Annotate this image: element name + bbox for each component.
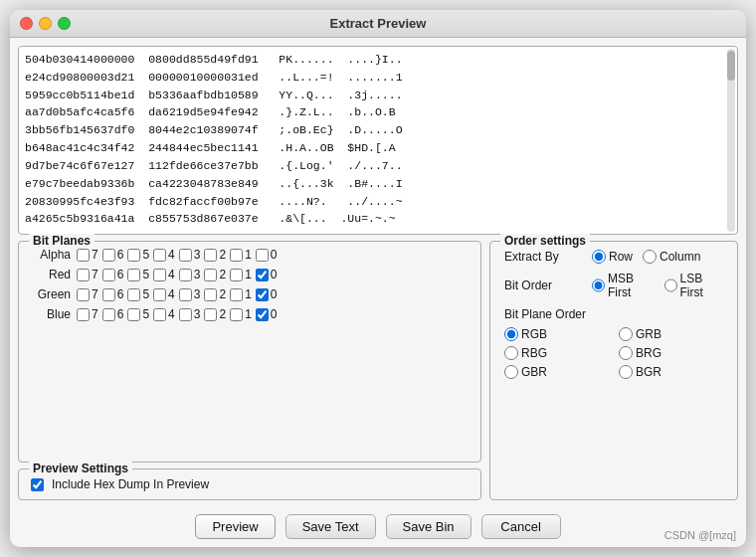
bit-checkbox-red-3[interactable]	[179, 269, 192, 281]
include-hex-dump-label: Include Hex Dump In Preview	[52, 477, 209, 491]
bit-row-red: Red76543210	[29, 268, 471, 281]
bp-order-radio-grb[interactable]	[619, 327, 633, 341]
bit-checkbox-alpha-7[interactable]	[77, 249, 90, 262]
cancel-button[interactable]: Cancel	[481, 514, 561, 539]
preview-settings-title: Preview Settings	[29, 462, 132, 475]
extract-by-row-label: Row	[609, 250, 633, 264]
save-text-button[interactable]: Save Text	[285, 514, 376, 539]
close-button[interactable]	[20, 17, 33, 30]
bit-plane-order-section: Bit Plane Order RGBGRBRBGBRGGBRBGR	[504, 307, 723, 379]
msb-first-radio[interactable]	[592, 278, 605, 292]
bit-label-green: Green	[29, 287, 71, 301]
bit-checkbox-green-6[interactable]	[102, 288, 115, 301]
bp-order-label-rgb: RGB	[521, 327, 547, 341]
bit-checkbox-blue-0[interactable]	[256, 308, 269, 321]
preview-settings-panel: Preview Settings Include Hex Dump In Pre…	[18, 468, 481, 500]
bit-number-green-0: 0	[271, 287, 278, 301]
bp-order-radio-rgb[interactable]	[504, 327, 518, 341]
lsb-first-label: LSB First	[680, 272, 724, 299]
bit-checkbox-alpha-1[interactable]	[230, 249, 243, 262]
extract-by-options: Row Column	[592, 250, 700, 264]
bit-checkbox-alpha-5[interactable]	[127, 249, 140, 262]
extract-by-column-option: Column	[643, 250, 700, 264]
bit-row-blue: Blue76543210	[29, 307, 471, 321]
bit-checkbox-alpha-2[interactable]	[204, 249, 217, 262]
bit-checkbox-alpha-0[interactable]	[256, 249, 269, 262]
bp-order-option-bgr: BGR	[619, 365, 723, 379]
bit-checkbox-green-2[interactable]	[204, 288, 217, 301]
bit-item-blue-5: 5	[127, 307, 149, 321]
bit-number-alpha-5: 5	[142, 248, 149, 262]
bit-number-alpha-0: 0	[271, 248, 278, 262]
bit-planes-panel: Bit Planes Alpha76543210Red76543210Green…	[18, 241, 481, 463]
bit-checkbox-blue-4[interactable]	[153, 308, 166, 321]
extract-by-row: Extract By Row Column	[504, 250, 723, 264]
bit-checkbox-green-3[interactable]	[179, 288, 192, 301]
include-hex-row: Include Hex Dump In Preview	[31, 477, 469, 491]
bit-number-blue-2: 2	[219, 307, 226, 321]
bit-item-red-0: 0	[256, 268, 278, 281]
bit-checkbox-green-5[interactable]	[127, 288, 140, 301]
bit-item-blue-0: 0	[256, 307, 278, 321]
bit-checkbox-green-0[interactable]	[256, 288, 269, 301]
bit-checkbox-blue-5[interactable]	[127, 308, 140, 321]
bit-checkbox-alpha-3[interactable]	[179, 249, 192, 262]
bp-order-radio-bgr[interactable]	[619, 365, 633, 379]
save-bin-button[interactable]: Save Bin	[386, 514, 472, 539]
bit-item-red-3: 3	[179, 268, 201, 281]
bit-checkbox-red-0[interactable]	[256, 269, 269, 281]
lsb-first-option: LSB First	[664, 272, 724, 299]
lsb-first-radio[interactable]	[664, 278, 677, 292]
bit-checkbox-red-2[interactable]	[204, 269, 217, 281]
bit-checkbox-red-6[interactable]	[102, 269, 115, 281]
bit-checkbox-red-4[interactable]	[153, 269, 166, 281]
extract-by-column-radio[interactable]	[643, 250, 657, 264]
bit-checkbox-green-7[interactable]	[77, 288, 90, 301]
order-settings-panel: Order settings Extract By Row Column	[489, 241, 738, 500]
bit-checkbox-blue-3[interactable]	[179, 308, 192, 321]
minimize-button[interactable]	[39, 17, 52, 30]
order-settings-title: Order settings	[500, 234, 590, 248]
bit-checkbox-blue-1[interactable]	[230, 308, 243, 321]
bit-number-green-2: 2	[219, 287, 226, 301]
bp-order-option-rbg: RBG	[504, 346, 609, 360]
bit-checkbox-green-1[interactable]	[230, 288, 243, 301]
bit-item-red-1: 1	[230, 268, 252, 281]
bit-checkbox-blue-6[interactable]	[102, 308, 115, 321]
maximize-button[interactable]	[58, 17, 71, 30]
main-content: 504b030414000000 0800dd855d49fd91 PK....…	[10, 38, 746, 508]
bp-order-radio-brg[interactable]	[619, 346, 633, 360]
bit-item-green-5: 5	[127, 287, 149, 301]
bit-checkbox-blue-2[interactable]	[204, 308, 217, 321]
bp-order-radio-gbr[interactable]	[504, 365, 518, 379]
bit-checkboxes-red: 76543210	[77, 268, 280, 281]
msb-first-label: MSB First	[608, 272, 655, 299]
bit-item-red-2: 2	[204, 268, 226, 281]
scrollbar[interactable]	[727, 49, 735, 232]
bit-checkbox-red-1[interactable]	[230, 269, 243, 281]
bit-item-alpha-2: 2	[204, 248, 226, 262]
include-hex-dump-checkbox[interactable]	[31, 478, 44, 491]
preview-area[interactable]: 504b030414000000 0800dd855d49fd91 PK....…	[18, 46, 738, 235]
bp-order-label-bgr: BGR	[636, 365, 662, 379]
bp-order-label-rbg: RBG	[521, 346, 547, 360]
bit-item-red-6: 6	[102, 268, 124, 281]
bit-checkbox-red-7[interactable]	[77, 269, 90, 281]
bit-checkbox-alpha-4[interactable]	[153, 249, 166, 262]
bit-item-alpha-7: 7	[77, 248, 98, 262]
bit-checkboxes-green: 76543210	[77, 287, 280, 301]
bit-checkbox-alpha-6[interactable]	[102, 249, 115, 262]
bit-number-blue-1: 1	[245, 307, 252, 321]
bit-checkbox-green-4[interactable]	[153, 288, 166, 301]
extract-by-row-radio[interactable]	[592, 250, 606, 264]
bit-number-alpha-2: 2	[219, 248, 226, 262]
bit-checkbox-red-5[interactable]	[127, 269, 140, 281]
bit-item-blue-6: 6	[102, 307, 124, 321]
bp-order-radio-rbg[interactable]	[504, 346, 518, 360]
scrollbar-thumb[interactable]	[727, 51, 735, 81]
bit-number-red-4: 4	[168, 268, 175, 281]
bit-checkbox-blue-7[interactable]	[77, 308, 90, 321]
bit-checkboxes-blue: 76543210	[77, 307, 280, 321]
bit-item-alpha-4: 4	[153, 248, 175, 262]
preview-button[interactable]: Preview	[195, 514, 275, 539]
